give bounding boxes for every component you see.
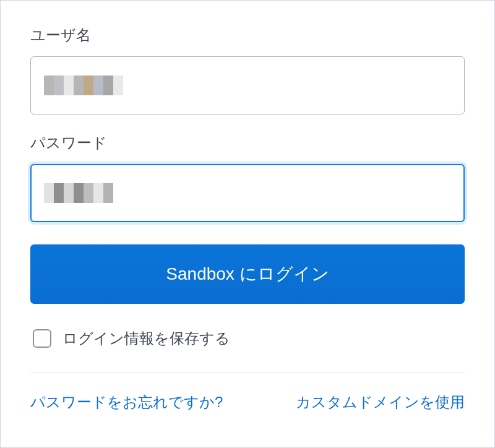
remember-checkbox[interactable] (33, 329, 51, 348)
password-label: パスワード (30, 133, 465, 153)
remember-row: ログイン情報を保存する (30, 329, 465, 373)
username-field-group: ユーザ名 (30, 25, 465, 114)
login-form-container: ユーザ名 パスワード Sandbox にログイン ログイン情報を保存する パスワ… (0, 0, 495, 448)
login-button[interactable]: Sandbox にログイン (30, 244, 465, 304)
username-redaction (44, 75, 123, 95)
password-redaction (44, 183, 113, 203)
password-field-group: パスワード (30, 133, 465, 222)
custom-domain-link[interactable]: カスタムドメインを使用 (296, 392, 465, 412)
forgot-password-link[interactable]: パスワードをお忘れですか? (30, 392, 223, 412)
password-input-wrap (30, 164, 465, 222)
footer-links: パスワードをお忘れですか? カスタムドメインを使用 (30, 392, 465, 412)
username-label: ユーザ名 (30, 25, 465, 45)
username-input-wrap (30, 56, 465, 114)
remember-label[interactable]: ログイン情報を保存する (62, 329, 230, 348)
